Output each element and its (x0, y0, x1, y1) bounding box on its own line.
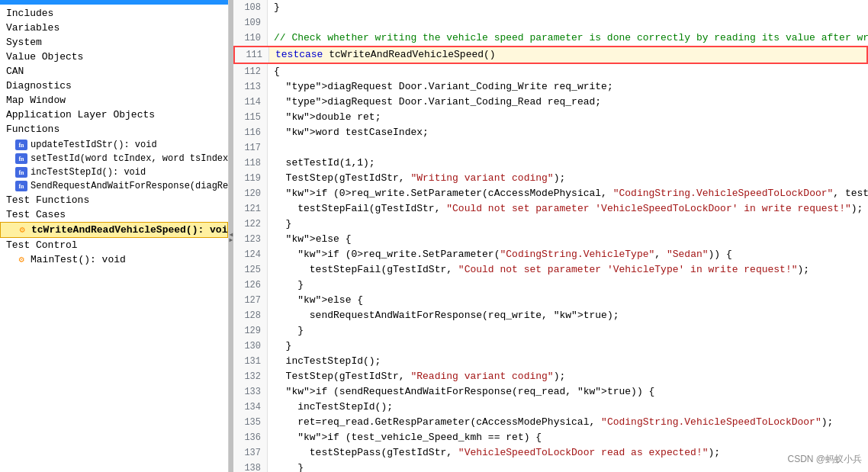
sidebar-item-functions[interactable]: Functions (0, 122, 228, 136)
fn-label-3: incTestStepId(): void (31, 167, 146, 178)
line-content: } (268, 323, 868, 339)
code-line: 121 testStepFail(gTestIdStr, "Could not … (233, 201, 868, 217)
line-content: TestStep(gTestIdStr, "Writing variant co… (268, 171, 868, 186)
fn-icon-1: fn (15, 140, 27, 150)
sidebar-item-diagnostics[interactable]: Diagnostics (0, 79, 228, 93)
fn-label-1: updateTestIdStr(): void (31, 140, 157, 150)
sidebar-item-can[interactable]: CAN (0, 64, 228, 79)
line-number: 126 (233, 278, 268, 293)
code-line: 127 "kw">else { (233, 293, 868, 308)
line-number: 131 (233, 354, 268, 369)
line-content: setTestId(1,1); (268, 156, 868, 171)
line-content: "kw">else { (268, 293, 868, 308)
sidebar-item-map-window[interactable]: Map Window (0, 93, 228, 108)
code-line: 135 ret=req_read.GetRespParameter(cAcces… (233, 415, 868, 430)
sidebar-tc-writeAndRead[interactable]: ⚙ tcWriteAndReadVehicleSpeed(): void (0, 222, 228, 238)
line-content: "kw">if (0>req_write.SetParameter(cAcces… (268, 186, 868, 201)
line-number: 116 (233, 125, 268, 140)
tc-label: tcWriteAndReadVehicleSpeed(): void (31, 224, 229, 236)
line-content: "kw">if (0>req_write.SetParameter("Codin… (268, 247, 868, 262)
line-number: 128 (233, 308, 268, 323)
sidebar-test-cases[interactable]: Test Cases (0, 207, 228, 222)
line-content: testcase tcWriteAndReadVehicleSpeed() (269, 47, 866, 63)
code-editor[interactable]: 108}109110// Check whether writing the v… (233, 0, 868, 472)
diagnostics-label: Diagnostics (6, 80, 72, 92)
line-number: 137 (233, 445, 268, 461)
line-content: } (268, 461, 868, 472)
sidebar-fn-setTestId[interactable]: fn setTestId(word tcIndex, word tsIndex)… (0, 152, 228, 165)
line-content: incTestStepId(); (268, 400, 868, 415)
line-content: "type">diagRequest Door.Variant_Coding_R… (268, 95, 868, 110)
line-content: "type">diagRequest Door.Variant_Coding_W… (268, 79, 868, 95)
code-line: 118 setTestId(1,1); (233, 156, 868, 171)
sidebar-sections: Includes Variables System Value Objects … (0, 5, 228, 138)
code-line: 124 "kw">if (0>req_write.SetParameter("C… (233, 247, 868, 262)
includes-label: Includes (6, 8, 53, 19)
line-number: 117 (233, 140, 268, 156)
fn-icon-3: fn (15, 167, 27, 178)
line-content: TestStep(gTestIdStr, "Reading variant co… (268, 369, 868, 384)
line-content: "kw">if (sendRequestAndWaitForResponse(r… (268, 384, 868, 400)
line-content: sendRequestAndWaitForResponse(req_write,… (268, 308, 868, 323)
sidebar-test-functions[interactable]: Test Functions (0, 193, 228, 207)
variables-label: Variables (6, 22, 59, 34)
code-line: 113 "type">diagRequest Door.Variant_Codi… (233, 79, 868, 95)
line-number: 115 (233, 110, 268, 125)
line-number: 125 (233, 262, 268, 278)
code-line: 134 incTestStepId(); (233, 400, 868, 415)
line-content: testStepFail(gTestIdStr, "Could not set … (268, 201, 868, 217)
line-content: } (268, 0, 868, 15)
sidebar-item-includes[interactable]: Includes (0, 6, 228, 21)
code-line: 133 "kw">if (sendRequestAndWaitForRespon… (233, 384, 868, 400)
line-content: } (268, 278, 868, 293)
line-content: "kw">if (test_vehicle_Speed_kmh == ret) … (268, 430, 868, 445)
code-line: 132 TestStep(gTestIdStr, "Reading varian… (233, 369, 868, 384)
can-label: CAN (6, 66, 24, 77)
line-number: 136 (233, 430, 268, 445)
line-content: } (268, 217, 868, 232)
line-number: 129 (233, 323, 268, 339)
line-content: } (268, 339, 868, 354)
map-window-label: Map Window (6, 95, 66, 106)
code-line: 114 "type">diagRequest Door.Variant_Codi… (233, 95, 868, 110)
line-number: 110 (233, 31, 268, 46)
sidebar-test-control[interactable]: Test Control (0, 238, 228, 252)
line-number: 130 (233, 339, 268, 354)
line-number: 118 (233, 156, 268, 171)
watermark: CSDN @蚂蚁小兵 (787, 453, 862, 466)
code-line: 116 "kw">word testCaseIndex; (233, 125, 868, 140)
line-number: 138 (233, 461, 268, 472)
line-number: 124 (233, 247, 268, 262)
sidebar-main-test[interactable]: ⚙ MainTest(): void (0, 252, 228, 267)
line-number: 114 (233, 95, 268, 110)
sidebar-splitter[interactable] (229, 0, 233, 472)
fn-icon-4: fn (15, 181, 27, 191)
line-number: 112 (233, 64, 268, 79)
line-content: // Check whether writing the vehicle spe… (268, 31, 868, 46)
code-line: 108} (233, 0, 868, 15)
fn-label-2: setTestId(word tcIndex, word tsIndex): v… (31, 153, 229, 164)
sidebar-fn-sendRequest[interactable]: fn SendRequestAndWaitForResponse(diagReq… (0, 179, 228, 193)
sidebar-item-system[interactable]: System (0, 35, 228, 50)
code-lines: 108}109110// Check whether writing the v… (233, 0, 868, 472)
line-content: "kw">else { (268, 232, 868, 247)
code-line: 138 } (233, 461, 868, 472)
sidebar-fn-updateTestIdStr[interactable]: fn updateTestIdStr(): void (0, 138, 228, 152)
code-line: 120 "kw">if (0>req_write.SetParameter(cA… (233, 186, 868, 201)
line-number: 123 (233, 232, 268, 247)
code-line: 112{ (233, 64, 868, 79)
code-line: 123 "kw">else { (233, 232, 868, 247)
sidebar-item-value-objects[interactable]: Value Objects (0, 50, 228, 64)
line-content: "kw">double ret; (268, 110, 868, 125)
line-content: testStepPass(gTestIdStr, "VehicleSpeedTo… (268, 445, 868, 461)
line-number: 111 (235, 47, 269, 63)
sidebar-item-app-layer[interactable]: Application Layer Objects (0, 108, 228, 122)
test-control-label: Test Control (6, 239, 78, 251)
sidebar-fn-incTestStepId[interactable]: fn incTestStepId(): void (0, 165, 228, 179)
line-number: 108 (233, 0, 268, 15)
line-number: 132 (233, 369, 268, 384)
code-line: 125 testStepFail(gTestIdStr, "Could not … (233, 262, 868, 278)
main-test-label: MainTest(): void (31, 254, 126, 265)
sidebar-item-variables[interactable]: Variables (0, 21, 228, 35)
line-content: "kw">word testCaseIndex; (268, 125, 868, 140)
